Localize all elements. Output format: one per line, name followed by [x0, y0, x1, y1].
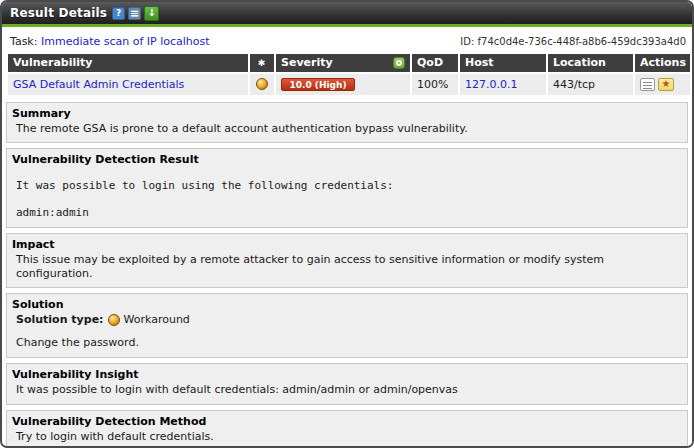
- solution-type-line: Solution type: Workaround: [12, 313, 681, 326]
- cell-qod: 100%: [412, 74, 458, 95]
- cell-severity: 10.0 (High): [276, 74, 410, 95]
- col-severity-label: Severity: [281, 56, 333, 69]
- solution-title: Solution: [12, 298, 681, 311]
- col-qod: QoD: [412, 54, 458, 72]
- section-detection-method: Vulnerability Detection Method Try to lo…: [6, 410, 688, 446]
- impact-text: This issue may be exploited by a remote …: [12, 253, 681, 281]
- content-area: Task: Immediate scan of IP localhost ID:…: [2, 27, 692, 446]
- result-id-value: f74c0d4e-736c-448f-a8b6-459dc393a4d0: [478, 36, 686, 47]
- section-impact: Impact This issue may be exploited by a …: [6, 233, 688, 289]
- task-link[interactable]: Immediate scan of IP localhost: [41, 35, 210, 48]
- col-actions: Actions: [635, 54, 690, 72]
- section-insight: Vulnerability Insight It was possible to…: [6, 363, 688, 405]
- task-label: Task:: [10, 35, 37, 48]
- cell-vulnerability: GSA Default Admin Credentials: [8, 74, 248, 95]
- table-header-row: Vulnerability ✱ Severity QoD Host Locati…: [8, 54, 690, 72]
- host-link[interactable]: 127.0.0.1: [465, 78, 517, 91]
- export-download-icon[interactable]: ↓: [144, 6, 159, 21]
- detection-result-title: Vulnerability Detection Result: [12, 153, 681, 166]
- result-id-label: ID:: [460, 36, 474, 47]
- insight-title: Vulnerability Insight: [12, 368, 681, 381]
- severity-badge: 10.0 (High): [281, 78, 355, 91]
- section-detection-result: Vulnerability Detection Result It was po…: [6, 148, 688, 228]
- solution-type-label: Solution type:: [16, 313, 104, 326]
- detection-method-title: Vulnerability Detection Method: [12, 415, 681, 428]
- impact-title: Impact: [12, 238, 681, 251]
- titlebar: Result Details ? ≡ ↓: [2, 2, 692, 24]
- result-id: ID: f74c0d4e-736c-448f-a8b6-459dc393a4d0: [460, 36, 686, 47]
- help-icon[interactable]: ?: [112, 7, 125, 20]
- cell-host: 127.0.0.1: [460, 74, 546, 95]
- summary-text: The remote GSA is prone to a default acc…: [12, 122, 681, 136]
- solution-text: Change the password.: [12, 336, 681, 350]
- severity-toggle-ring: [396, 60, 402, 66]
- section-summary: Summary The remote GSA is prone to a def…: [6, 102, 688, 144]
- task-label-group: Task: Immediate scan of IP localhost: [10, 35, 210, 48]
- vulnerability-link[interactable]: GSA Default Admin Credentials: [13, 78, 184, 91]
- add-note-icon[interactable]: [640, 78, 655, 91]
- severity-toggle-icon[interactable]: [393, 57, 405, 69]
- task-row: Task: Immediate scan of IP localhost ID:…: [6, 30, 688, 52]
- result-table: Vulnerability ✱ Severity QoD Host Locati…: [6, 52, 692, 97]
- solution-type-header-icon: ✱: [255, 57, 268, 70]
- summary-title: Summary: [12, 107, 681, 120]
- result-details-window: Result Details ? ≡ ↓ Task: Immediate sca…: [0, 0, 694, 448]
- results-list-icon[interactable]: ≡: [128, 7, 141, 20]
- col-vulnerability: Vulnerability: [8, 54, 248, 72]
- col-location: Location: [548, 54, 633, 72]
- section-solution: Solution Solution type: Workaround Chang…: [6, 293, 688, 358]
- cell-location: 443/tcp: [548, 74, 633, 95]
- cell-actions: ★: [635, 74, 690, 95]
- col-host: Host: [460, 54, 546, 72]
- detection-result-line1: It was possible to login using the follo…: [12, 179, 681, 193]
- add-override-icon[interactable]: ★: [658, 78, 674, 91]
- solution-type-value: Workaround: [124, 313, 190, 326]
- insight-text: It was possible to login with default cr…: [12, 383, 681, 397]
- col-severity: Severity: [276, 54, 410, 72]
- detection-result-line2: admin:admin: [12, 206, 681, 220]
- workaround-icon: [108, 314, 120, 326]
- cell-solution-type: [250, 74, 274, 95]
- page-title: Result Details: [10, 6, 107, 20]
- col-solution-type: ✱: [250, 54, 274, 72]
- table-row: GSA Default Admin Credentials 10.0 (High…: [8, 74, 690, 95]
- workaround-icon: [256, 78, 268, 90]
- detection-method-text: Try to login with default credentials.: [12, 430, 681, 444]
